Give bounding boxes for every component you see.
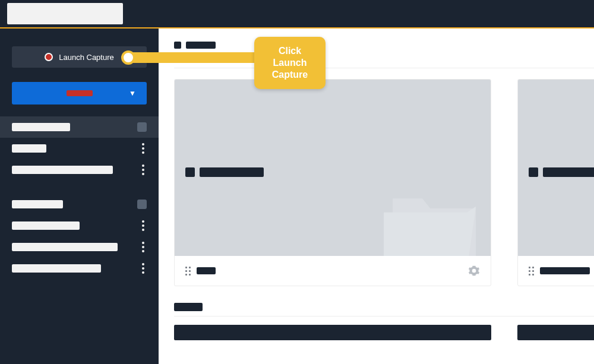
folder-card[interactable] xyxy=(174,79,491,286)
section-2-row xyxy=(174,325,594,340)
section-2-heading xyxy=(174,303,594,311)
sidebar-item[interactable] xyxy=(0,138,159,159)
sidebar-item[interactable] xyxy=(0,236,159,258)
sidebar-item-label xyxy=(12,264,101,273)
card-row xyxy=(174,79,594,286)
sidebar-item[interactable] xyxy=(0,194,159,215)
divider xyxy=(174,68,594,68)
primary-dropdown[interactable]: ▼ xyxy=(12,82,147,105)
main-content xyxy=(159,29,594,364)
heading-text xyxy=(186,42,216,49)
divider xyxy=(174,316,594,316)
card-title xyxy=(185,167,264,183)
list-row[interactable] xyxy=(517,325,594,340)
sidebar-item-label xyxy=(12,243,118,251)
card-footer xyxy=(518,256,594,286)
annotation-connector xyxy=(126,52,255,63)
sidebar-item[interactable] xyxy=(0,116,159,138)
folder-card[interactable] xyxy=(517,79,594,286)
topbar xyxy=(0,0,594,27)
heading-icon xyxy=(174,42,181,49)
kebab-icon[interactable] xyxy=(140,162,147,178)
sidebar-item-label xyxy=(12,200,63,208)
annotation-text: Click Launch Capture xyxy=(272,46,308,80)
sidebar-item[interactable] xyxy=(0,159,159,181)
annotation-target-dot xyxy=(121,50,135,65)
sidebar: Launch Capture ▼ xyxy=(0,29,159,364)
kebab-icon[interactable] xyxy=(140,261,147,276)
section-heading xyxy=(174,42,594,49)
folder-icon xyxy=(384,179,485,256)
record-icon xyxy=(45,53,53,61)
chevron-down-icon: ▼ xyxy=(129,89,136,97)
drag-grip-icon[interactable] xyxy=(529,267,534,276)
sidebar-group-1 xyxy=(0,116,159,181)
sidebar-item-label xyxy=(12,144,46,153)
sidebar-item-label xyxy=(12,123,70,131)
card-footer xyxy=(175,256,491,286)
gear-icon[interactable] xyxy=(468,265,480,277)
kebab-icon[interactable] xyxy=(140,218,147,233)
sidebar-item-label xyxy=(12,221,80,230)
card-footer-label xyxy=(197,267,216,274)
card-title xyxy=(529,167,594,183)
primary-dropdown-label xyxy=(67,90,93,96)
launch-capture-label: Launch Capture xyxy=(59,53,114,62)
section-2-heading-text xyxy=(174,303,203,311)
app-logo[interactable] xyxy=(7,3,123,24)
card-footer-label xyxy=(540,267,590,274)
card-body xyxy=(518,80,594,256)
status-square-icon xyxy=(137,200,147,209)
sidebar-group-2 xyxy=(0,194,159,279)
annotation-callout: Click Launch Capture xyxy=(254,37,326,89)
status-square-icon xyxy=(137,122,147,132)
sidebar-item[interactable] xyxy=(0,258,159,279)
sidebar-item-label xyxy=(12,166,113,174)
card-body xyxy=(175,80,491,256)
drag-grip-icon[interactable] xyxy=(185,267,191,276)
sidebar-item[interactable] xyxy=(0,215,159,236)
kebab-icon[interactable] xyxy=(140,239,147,255)
kebab-icon[interactable] xyxy=(140,141,147,156)
list-row[interactable] xyxy=(174,325,491,340)
